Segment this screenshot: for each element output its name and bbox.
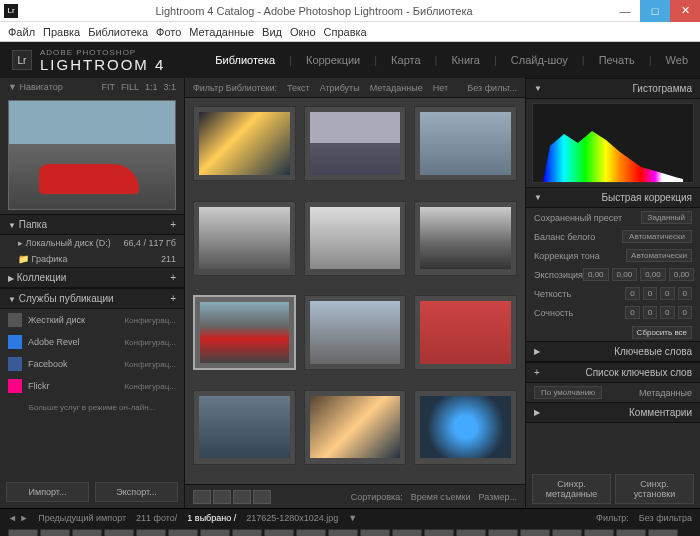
module-develop[interactable]: Коррекции (306, 54, 360, 66)
film-thumb[interactable] (552, 529, 582, 536)
nav-1to1[interactable]: 1:1 (145, 82, 158, 92)
folder-disk[interactable]: ▸ Локальный диск (D:)66,4 / 117 Гб (0, 235, 184, 251)
minimize-button[interactable]: — (610, 0, 640, 22)
clarity-dec[interactable]: 0 (643, 287, 657, 300)
filmstrip[interactable] (0, 527, 700, 536)
grid-cell[interactable] (414, 106, 517, 181)
film-thumb[interactable] (72, 529, 102, 536)
film-thumb[interactable] (616, 529, 646, 536)
filter-value[interactable]: Без фильтра (639, 513, 692, 523)
exposure-dec[interactable]: 0,00 (612, 268, 638, 281)
film-thumb[interactable] (360, 529, 390, 536)
publish-facebook[interactable]: FacebookКонфигурац... (0, 353, 184, 375)
module-web[interactable]: Web (666, 54, 688, 66)
source-label[interactable]: Предыдущий импорт (38, 513, 126, 523)
menu-library[interactable]: Библиотека (88, 26, 148, 38)
menu-help[interactable]: Справка (324, 26, 367, 38)
module-map[interactable]: Карта (391, 54, 420, 66)
reset-all-button[interactable]: Сбросить все (632, 326, 692, 339)
close-button[interactable]: ✕ (670, 0, 700, 22)
film-thumb[interactable] (200, 529, 230, 536)
metadata-preset[interactable]: По умолчанию (534, 386, 602, 399)
filter-attrib[interactable]: Атрибуты (320, 83, 360, 93)
film-thumb[interactable] (104, 529, 134, 536)
comments-header[interactable]: Комментарии▶ (526, 402, 700, 423)
folders-header[interactable]: ▼ Папка+ (0, 214, 184, 235)
vibrance-dec[interactable]: 0 (643, 306, 657, 319)
grid-cell[interactable] (414, 295, 517, 370)
nav-fit[interactable]: FIT (101, 82, 115, 92)
grid-cell[interactable] (304, 295, 407, 370)
keywordlist-header[interactable]: Список ключевых слов+ (526, 362, 700, 383)
film-thumb[interactable] (40, 529, 70, 536)
film-thumb[interactable] (8, 529, 38, 536)
publish-flickr[interactable]: FlickrКонфигурац... (0, 375, 184, 397)
clarity-inc[interactable]: 0 (660, 287, 674, 300)
film-thumb[interactable] (264, 529, 294, 536)
view-grid-icon[interactable] (193, 490, 211, 504)
film-thumb[interactable] (296, 529, 326, 536)
grid-cell[interactable] (414, 390, 517, 465)
view-compare-icon[interactable] (233, 490, 251, 504)
dropdown-icon[interactable]: ▼ (348, 513, 357, 523)
more-services-link[interactable]: Больше услуг в режиме он-лайн... (0, 397, 184, 418)
vibrance-inc2[interactable]: 0 (678, 306, 692, 319)
module-book[interactable]: Книга (451, 54, 480, 66)
filter-none[interactable]: Нет (433, 83, 448, 93)
grid-cell[interactable] (304, 106, 407, 181)
import-button[interactable]: Импорт... (6, 482, 89, 502)
film-thumb[interactable] (136, 529, 166, 536)
film-thumb[interactable] (168, 529, 198, 536)
clarity-dec2[interactable]: 0 (625, 287, 639, 300)
publish-header[interactable]: ▼ Службы публикации+ (0, 288, 184, 309)
film-thumb[interactable] (232, 529, 262, 536)
histogram-header[interactable]: Гистограмма▼ (526, 78, 700, 99)
film-thumb[interactable] (456, 529, 486, 536)
histogram[interactable] (532, 103, 694, 183)
folder-graphics[interactable]: 📁 Графика211 (0, 251, 184, 267)
film-thumb[interactable] (648, 529, 678, 536)
sort-value[interactable]: Время съемки (411, 492, 471, 502)
preset-select[interactable]: Заданный (641, 211, 692, 224)
module-slideshow[interactable]: Слайд-шоу (511, 54, 568, 66)
film-thumb[interactable] (584, 529, 614, 536)
module-library[interactable]: Библиотека (215, 54, 275, 66)
grid-cell[interactable] (304, 390, 407, 465)
view-survey-icon[interactable] (253, 490, 271, 504)
vibrance-inc[interactable]: 0 (660, 306, 674, 319)
filter-text[interactable]: Текст (287, 83, 310, 93)
exposure-inc[interactable]: 0,00 (640, 268, 666, 281)
sync-metadata-button[interactable]: Синхр. метаданные (532, 474, 611, 504)
menu-metadata[interactable]: Метаданные (189, 26, 254, 38)
wb-select[interactable]: Автоматически (622, 230, 692, 243)
publish-revel[interactable]: Adobe RevelКонфигурац... (0, 331, 184, 353)
grid-cell[interactable] (193, 201, 296, 276)
film-thumb[interactable] (424, 529, 454, 536)
export-button[interactable]: Экспорт... (95, 482, 178, 502)
film-thumb[interactable] (520, 529, 550, 536)
nav-fill[interactable]: FILL (121, 82, 139, 92)
tone-auto-button[interactable]: Автоматически (626, 249, 692, 262)
grid-cell[interactable] (414, 201, 517, 276)
menu-view[interactable]: Вид (262, 26, 282, 38)
clarity-inc2[interactable]: 0 (678, 287, 692, 300)
filmstrip-nav[interactable]: ◄ ► (8, 513, 28, 523)
menu-window[interactable]: Окно (290, 26, 316, 38)
film-thumb[interactable] (488, 529, 518, 536)
filter-metadata[interactable]: Метаданные (370, 83, 423, 93)
film-thumb[interactable] (328, 529, 358, 536)
quickdev-header[interactable]: Быстрая коррекция▼ (526, 187, 700, 208)
grid-cell-selected[interactable] (193, 295, 296, 370)
exposure-dec2[interactable]: 0,00 (583, 268, 609, 281)
view-loupe-icon[interactable] (213, 490, 231, 504)
grid-cell[interactable] (193, 390, 296, 465)
publish-hdd[interactable]: Жесткий дискКонфигурац... (0, 309, 184, 331)
menu-file[interactable]: Файл (8, 26, 35, 38)
module-print[interactable]: Печать (599, 54, 635, 66)
film-thumb[interactable] (392, 529, 422, 536)
grid-cell[interactable] (193, 106, 296, 181)
maximize-button[interactable]: □ (640, 0, 670, 22)
sync-settings-button[interactable]: Синхр. установки (615, 474, 694, 504)
grid-cell[interactable] (304, 201, 407, 276)
menu-photo[interactable]: Фото (156, 26, 181, 38)
